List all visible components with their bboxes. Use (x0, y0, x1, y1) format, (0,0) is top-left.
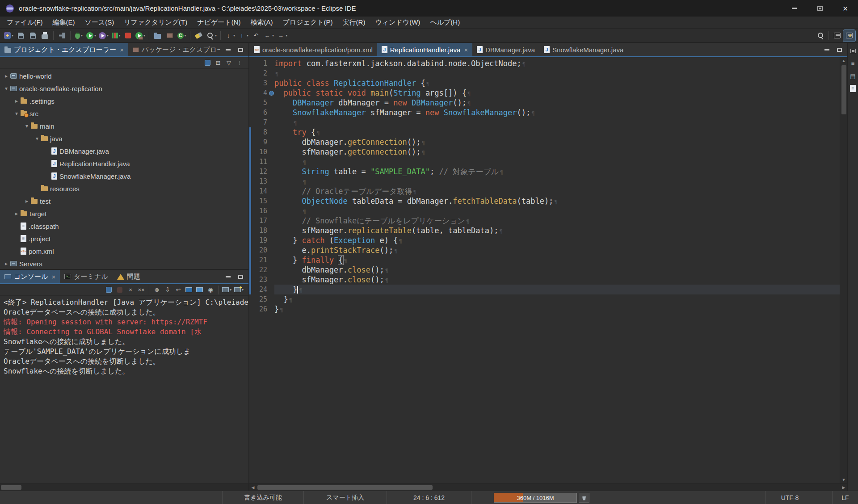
code-line-15[interactable]: 15ObjectNode tableData = dbManager.fetch… (249, 196, 840, 206)
scroll-down-icon[interactable]: ▼ (842, 476, 846, 483)
previous-annotation-button[interactable]: ↑▾ (236, 30, 250, 42)
menu-project[interactable]: プロジェクト(P) (278, 17, 337, 28)
forward-button[interactable]: →▾ (275, 30, 289, 42)
run-button[interactable]: ▾ (85, 30, 97, 42)
collapse-all-button[interactable]: ⊟ (213, 58, 223, 68)
menu-navigate[interactable]: ナビゲート(N) (192, 17, 245, 28)
close-tab-icon[interactable]: × (464, 46, 468, 54)
code-line-24[interactable]: 24}¶ (249, 285, 840, 294)
editor-hscrollbar[interactable]: ◀ ▶ (249, 483, 847, 491)
code-line-5[interactable]: 5DBManager dbManager = new DBManager();¶ (249, 98, 840, 108)
tree-item-oracle-snowflake-replication[interactable]: ▾oracle-snowflake-replication (0, 82, 248, 95)
maximize-console-button[interactable] (237, 273, 244, 280)
tab-package-explorer[interactable]: パッケージ・エクスプローラー (128, 43, 220, 56)
show-on-stderr-button[interactable] (194, 285, 205, 295)
new-wizard-button[interactable]: ▾ (3, 30, 15, 42)
menu-run[interactable]: 実行(R) (338, 17, 370, 28)
code-line-3[interactable]: 3public class ReplicationHandler {¶ (249, 78, 840, 88)
minimize-window-button[interactable] (782, 0, 807, 17)
tree-item-dbmanager-java[interactable]: DBManager.java (0, 145, 248, 157)
tab-project-explorer[interactable]: プロジェクト・エクスプローラー× (0, 43, 128, 56)
minimize-editor-button[interactable] (823, 46, 830, 53)
print-button[interactable] (39, 30, 51, 42)
minimized-task-list-view-button[interactable]: ▤ (850, 72, 857, 80)
code-line-11[interactable]: 11¶ (249, 157, 840, 167)
minimize-explorer-button[interactable] (224, 46, 231, 53)
chevron-expanded-icon[interactable]: ▾ (23, 123, 30, 129)
tab-pom-xml[interactable]: oracle-snowflake-replication/pom.xml (249, 43, 377, 56)
menu-search[interactable]: 検索(A) (245, 17, 278, 28)
save-all-button[interactable] (27, 30, 39, 42)
pin-console-button[interactable]: ◉ (205, 285, 216, 295)
code-line-25[interactable]: 25}¶ (249, 294, 840, 304)
tab-snowflakemanager-java[interactable]: SnowflakeManager.java (539, 43, 628, 56)
menu-source[interactable]: ソース(S) (80, 17, 119, 28)
scroll-lock-button[interactable]: ⇩ (162, 285, 173, 295)
open-type-button[interactable] (193, 30, 205, 42)
last-edit-location-button[interactable]: ↶ (250, 30, 262, 42)
hscroll-track[interactable] (257, 484, 840, 491)
chevron-collapsed-icon[interactable]: ▸ (3, 260, 10, 267)
run-garbage-collector-button[interactable] (579, 493, 589, 503)
code-line-9[interactable]: 9dbManager.getConnection();¶ (249, 137, 840, 147)
scrollbar-thumb[interactable] (841, 65, 846, 114)
tree-item-snowflakemanager-java[interactable]: SnowflakeManager.java (0, 170, 248, 182)
menu-refactoring[interactable]: リファクタリング(T) (119, 17, 192, 28)
relaunch-button[interactable] (104, 285, 114, 295)
word-wrap-button[interactable]: ↩ (173, 285, 184, 295)
tree-item-main-folder[interactable]: ▾main (0, 120, 248, 132)
scrollbar-thumb[interactable] (1, 485, 21, 490)
open-console-button[interactable]: ▾ (233, 285, 245, 295)
close-window-button[interactable]: × (833, 0, 858, 17)
tree-item-src-folder[interactable]: ▾src (0, 107, 248, 120)
show-on-stdout-button[interactable] (184, 285, 194, 295)
tree-item-replicationhandler-java[interactable]: ReplicationHandler.java (0, 157, 248, 170)
tab-dbmanager-java[interactable]: DBManager.java (472, 43, 539, 56)
minimized-javadoc-view-button[interactable] (850, 85, 857, 92)
code-line-23[interactable]: 23sfManager.close();¶ (249, 275, 840, 285)
tree-item-java-folder[interactable]: ▾java (0, 132, 248, 145)
vscroll-track[interactable] (840, 64, 847, 476)
remove-all-launches-button[interactable]: ×× (136, 285, 147, 295)
code-line-7[interactable]: 7¶ (249, 118, 840, 127)
code-line-8[interactable]: 8try {¶ (249, 127, 840, 137)
chevron-collapsed-icon[interactable]: ▸ (13, 98, 20, 104)
code-line-20[interactable]: 20e.printStackTrace();¶ (249, 245, 840, 255)
tab-console[interactable]: コンソール× (0, 270, 60, 283)
editor-vscrollbar[interactable]: ▲ ▼ (840, 57, 847, 483)
tree-item-servers[interactable]: ▸Servers (0, 257, 248, 269)
minimized-outline-view-button[interactable]: ≡ (850, 60, 857, 67)
code-editor[interactable]: 1import com.fasterxml.jackson.databind.n… (249, 57, 840, 483)
code-line-22[interactable]: 22dbManager.close();¶ (249, 265, 840, 275)
save-button[interactable] (15, 30, 27, 42)
new-package-button[interactable] (164, 30, 176, 42)
new-java-project-button[interactable] (151, 30, 164, 42)
code-line-12[interactable]: 12String table = "SAMPLE_DATA"; // 対象テーブ… (249, 167, 840, 176)
scroll-right-icon[interactable]: ▶ (840, 485, 847, 490)
open-perspective-button[interactable] (831, 30, 843, 42)
scroll-left-icon[interactable]: ◀ (249, 485, 257, 490)
code-line-13[interactable]: 13¶ (249, 176, 840, 186)
debug-button[interactable]: ▾ (73, 30, 85, 42)
tree-item-resources-folder[interactable]: resources (0, 182, 248, 195)
external-tools-button[interactable]: ▾ (134, 30, 147, 42)
terminate-button[interactable] (114, 285, 125, 295)
filter-content-button[interactable]: ▽ (223, 58, 234, 68)
code-line-21[interactable]: 21} finally {¶ (249, 255, 840, 265)
tree-item-settings-folder[interactable]: ▸.settings (0, 95, 248, 107)
code-line-14[interactable]: 14// Oracleテーブルデータ取得¶ (249, 186, 840, 196)
code-line-4[interactable]: 4public static void main(String args[]) … (249, 88, 840, 98)
tree-item-hello-world[interactable]: ▸hello-world (0, 70, 248, 82)
clear-console-button[interactable]: ⊗ (151, 285, 162, 295)
code-line-16[interactable]: 16¶ (249, 206, 840, 216)
quick-search-button[interactable] (814, 30, 826, 42)
chevron-expanded-icon[interactable]: ▾ (34, 135, 41, 142)
tree-item-project-file[interactable]: .project (0, 232, 248, 245)
console-output[interactable]: <終了> ReplicationHandler [Java アプリケーション] … (0, 296, 248, 483)
menu-help[interactable]: ヘルプ(H) (425, 17, 465, 28)
chevron-collapsed-icon[interactable]: ▸ (3, 73, 10, 79)
tab-terminal[interactable]: ターミナル (60, 270, 112, 283)
scrollbar-thumb[interactable] (257, 485, 433, 490)
code-line-18[interactable]: 18sfManager.replicateTable(table, tableD… (249, 226, 840, 235)
restore-minimized-views-button[interactable] (850, 47, 857, 55)
